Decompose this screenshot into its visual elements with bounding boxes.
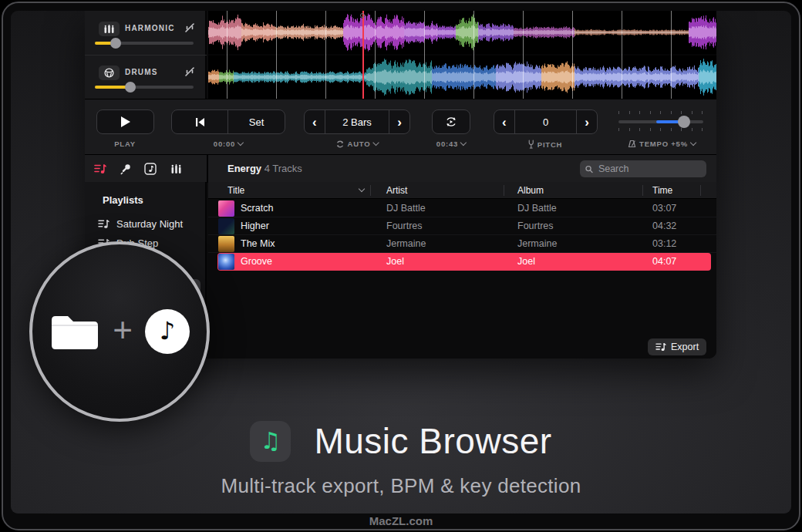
export-playlist-icon: [655, 342, 666, 352]
drums-mute-icon[interactable]: [184, 66, 196, 78]
music-note-circle-icon: ♪: [145, 309, 190, 354]
playlists-heading: Playlists: [103, 194, 143, 206]
pitch-value[interactable]: 0: [515, 110, 577, 133]
tempo-tick: [629, 128, 630, 131]
chevron-down-icon: [690, 140, 696, 146]
beat-grid-line: [572, 11, 573, 99]
export-button[interactable]: Export: [648, 338, 706, 355]
tempo-tick: [702, 111, 703, 114]
chevron-down-icon: [372, 140, 379, 146]
pitch-control: ‹ 0 ›: [494, 109, 598, 134]
search-box[interactable]: [580, 160, 706, 177]
tempo-tick: [692, 128, 692, 131]
loop-length-increase-button[interactable]: ›: [389, 110, 409, 133]
beat-grid-line: [276, 11, 277, 99]
tempo-tick: [702, 128, 703, 131]
loop-length-value[interactable]: 2 Bars: [325, 110, 389, 133]
tempo-tick: [660, 128, 661, 131]
drums-volume-slider[interactable]: [95, 86, 194, 89]
album-art: [218, 218, 234, 234]
sidebar-item-saturday-night[interactable]: Saturday Night: [98, 218, 183, 230]
tempo-tick: [681, 111, 682, 114]
macbook-frame: HARMONIC DRUMS: [0, 0, 802, 532]
beat-grid-line: [227, 11, 227, 99]
collection-name: Energy: [227, 163, 261, 174]
beat-grid-line: [523, 11, 524, 99]
search-icon: [585, 165, 593, 173]
tempo-label[interactable]: TEMPO +5%: [628, 140, 696, 148]
header-divider: [207, 155, 208, 183]
collection-title: Energy 4 Tracks: [227, 163, 302, 174]
cue-time-label[interactable]: 00:00: [214, 140, 243, 148]
tuning-fork-icon: [528, 140, 534, 149]
waveform-band-separator: [208, 54, 716, 56]
chevron-down-icon: [460, 140, 467, 146]
column-album[interactable]: Album: [517, 185, 544, 196]
tab-instruments[interactable]: [168, 162, 184, 176]
music-browser-icon: ♫: [250, 421, 291, 462]
column-time[interactable]: Time: [652, 185, 672, 196]
playhead: [362, 11, 364, 99]
column-artist[interactable]: Artist: [386, 185, 407, 196]
harmonic-volume-slider[interactable]: [95, 42, 194, 45]
loop-time-label[interactable]: 00:43: [436, 140, 466, 148]
table-row-higher[interactable]: HigherFourtresFourtres04:32: [208, 217, 716, 235]
beat-grid-line: [424, 11, 425, 99]
tempo-slider-knob[interactable]: [678, 116, 690, 128]
tab-music-library[interactable]: [143, 162, 158, 176]
beat-grid-line: [473, 11, 474, 99]
skip-to-start-button[interactable]: [172, 110, 227, 133]
tempo-slider-track[interactable]: [618, 120, 703, 123]
tab-playlists[interactable]: [93, 162, 108, 176]
table-row-the-mix[interactable]: The MixJermaineJermaine03:12: [208, 235, 716, 253]
harmonic-label: HARMONIC: [125, 24, 175, 32]
beat-grid-line: [622, 11, 622, 99]
harmonic-stem-row: HARMONIC: [85, 11, 207, 55]
harmonic-waveform[interactable]: [208, 11, 716, 54]
browser-header: Energy 4 Tracks: [85, 154, 716, 182]
tempo-tick: [650, 128, 651, 131]
tempo-tick: [629, 111, 630, 114]
caption: ♫ Music Browser Multi-track export, BPM …: [11, 420, 791, 498]
folder-icon: [49, 312, 100, 351]
harmonic-mute-icon[interactable]: [184, 22, 196, 34]
harmonic-icon: [99, 22, 120, 36]
table-row-scratch[interactable]: ScratchDJ BattleDJ Battle03:07: [208, 200, 716, 217]
drums-label: DRUMS: [125, 68, 158, 76]
sort-chevron-icon[interactable]: [359, 186, 365, 192]
caption-title: Music Browser: [314, 420, 551, 462]
pitch-label: PITCH: [528, 140, 563, 149]
drums-slider-knob[interactable]: [125, 82, 136, 93]
album-art: [218, 236, 234, 252]
set-cue-button[interactable]: Set: [228, 110, 285, 133]
tempo-tick: [618, 128, 619, 131]
tempo-tick: [639, 111, 640, 114]
tempo-tick: [660, 111, 661, 114]
drums-waveform[interactable]: [208, 56, 716, 99]
pitch-increase-button[interactable]: ›: [577, 110, 597, 133]
loop-length-control: ‹ 2 Bars ›: [304, 109, 410, 134]
export-label: Export: [671, 342, 699, 352]
waveform-display[interactable]: [208, 11, 716, 99]
desktop-screen: HARMONIC DRUMS: [11, 11, 791, 513]
tab-microphone[interactable]: [117, 162, 133, 176]
watermark: MacZL.com: [0, 514, 802, 527]
column-title[interactable]: Title: [227, 185, 244, 196]
pitch-decrease-button[interactable]: ‹: [494, 110, 514, 133]
tempo-tick: [650, 111, 651, 114]
beat-grid-line: [671, 11, 672, 99]
tempo-tick: [681, 128, 682, 131]
loop-length-decrease-button[interactable]: ‹: [305, 110, 325, 133]
loop-button[interactable]: [432, 109, 470, 134]
beat-grid-line: [325, 11, 326, 99]
table-row-groove[interactable]: GrooveJoelJoel04:07: [217, 253, 711, 271]
beat-grid-line: [375, 11, 376, 99]
auto-loop-label[interactable]: AUTO: [336, 140, 379, 148]
tempo-tick: [671, 128, 672, 131]
tempo-tick: [639, 128, 640, 131]
harmonic-slider-knob[interactable]: [110, 38, 121, 49]
transport-bar: PLAY Set 00:00 ‹ 2 Bars ›: [85, 99, 716, 154]
play-button[interactable]: [96, 109, 154, 134]
playlist-icon: [98, 219, 110, 229]
search-input[interactable]: [597, 163, 701, 175]
